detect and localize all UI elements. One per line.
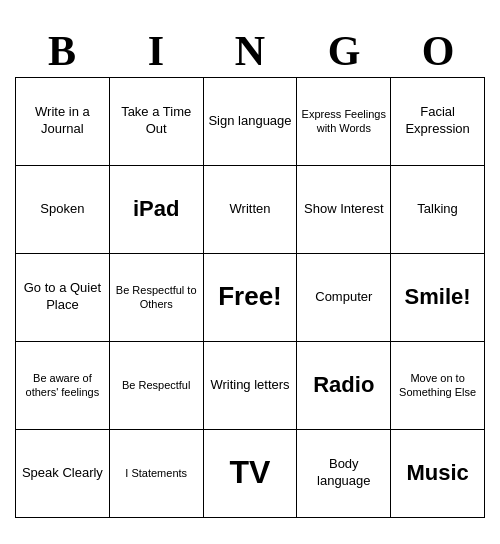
bingo-cell[interactable]: Facial Expression [391, 78, 485, 166]
bingo-cell[interactable]: Written [204, 166, 298, 254]
bingo-cell[interactable]: Be Respectful [110, 342, 204, 430]
bingo-cell[interactable]: Body language [297, 430, 391, 518]
bingo-header: B I N G O [15, 27, 485, 75]
bingo-cell[interactable]: Move on to Something Else [391, 342, 485, 430]
bingo-cell[interactable]: Express Feelings with Words [297, 78, 391, 166]
bingo-grid: Write in a JournalTake a Time OutSign la… [15, 77, 485, 518]
bingo-cell[interactable]: Smile! [391, 254, 485, 342]
bingo-cell[interactable]: Sign language [204, 78, 298, 166]
bingo-cell[interactable]: Radio [297, 342, 391, 430]
bingo-cell[interactable]: Be Respectful to Others [110, 254, 204, 342]
bingo-cell[interactable]: TV [204, 430, 298, 518]
bingo-cell[interactable]: Writing letters [204, 342, 298, 430]
bingo-cell[interactable]: Show Interest [297, 166, 391, 254]
bingo-cell[interactable]: Write in a Journal [16, 78, 110, 166]
bingo-cell[interactable]: Take a Time Out [110, 78, 204, 166]
letter-g: G [300, 27, 388, 75]
bingo-cell[interactable]: Computer [297, 254, 391, 342]
bingo-cell[interactable]: iPad [110, 166, 204, 254]
letter-o: O [394, 27, 482, 75]
bingo-cell[interactable]: Music [391, 430, 485, 518]
bingo-cell[interactable]: Go to a Quiet Place [16, 254, 110, 342]
bingo-card: B I N G O Write in a JournalTake a Time … [15, 27, 485, 518]
letter-i: I [112, 27, 200, 75]
bingo-cell[interactable]: Speak Clearly [16, 430, 110, 518]
bingo-cell[interactable]: Spoken [16, 166, 110, 254]
letter-n: N [206, 27, 294, 75]
letter-b: B [18, 27, 106, 75]
bingo-cell[interactable]: Talking [391, 166, 485, 254]
bingo-cell[interactable]: I Statements [110, 430, 204, 518]
bingo-cell[interactable]: Free! [204, 254, 298, 342]
bingo-cell[interactable]: Be aware of others' feelings [16, 342, 110, 430]
